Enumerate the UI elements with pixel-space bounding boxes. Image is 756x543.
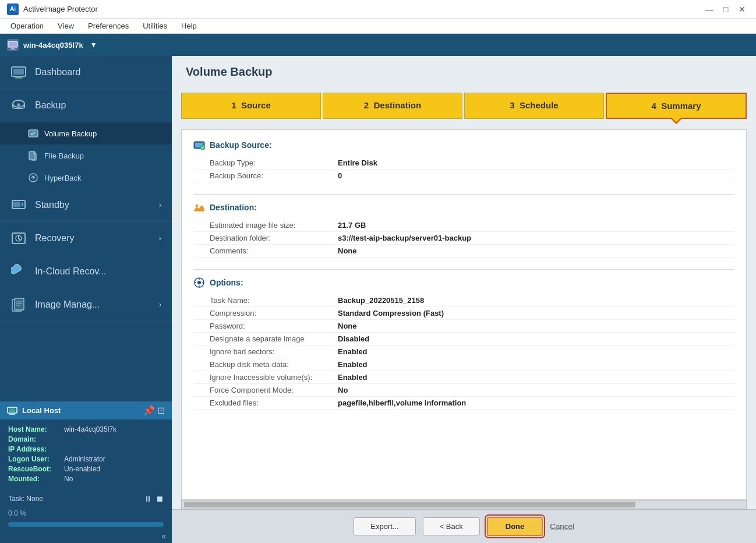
password-row: Password: None [193,320,734,333]
bad-sectors-row: Ignore bad sectors: Enabled [193,345,734,358]
hostname-label: Host Name: [8,425,61,433]
svg-rect-1 [11,47,15,49]
options-section: Options: Task Name: Backup_20220515_2158… [193,277,734,410]
sidebar-subitem-volume-backup[interactable]: Volume Backup [0,122,172,144]
done-button[interactable]: Done [487,517,543,536]
sidebar-item-imagemanager[interactable]: Image Manag... › [0,288,172,322]
sidebar-nav: Dashboard Backup Volume Backup File Back… [0,56,172,401]
wizard-tab-schedule[interactable]: 3 Schedule [464,93,604,119]
task-value: None [26,495,43,503]
menu-preferences[interactable]: Preferences [82,20,135,31]
comments-label: Comments: [210,246,338,255]
stop-icon[interactable]: ⏹ [156,494,164,503]
backup-type-row: Backup Type: Entire Disk [193,157,734,170]
wizard-tab-destination[interactable]: 2 Destination [323,93,462,119]
task-name-value: Backup_20220515_2158 [338,296,424,305]
options-icon [193,277,205,288]
sidebar-item-standby[interactable]: Standby › [0,189,172,222]
compression-label: Compression: [210,309,338,318]
local-host-label: Local Host [22,406,61,415]
options-title-text: Options: [210,278,243,287]
sidebar-item-incloud[interactable]: In-Cloud Recov... [0,255,172,288]
minimize-button[interactable]: — [702,3,716,15]
back-button[interactable]: < Back [423,517,480,535]
password-value: None [338,322,357,330]
task-name-label: Task Name: [210,296,338,305]
component-mode-row: Force Component Mode: No [193,384,734,397]
destination-title-text: Destination: [210,203,257,212]
sidebar-subitem-hyperback[interactable]: HyperBack [0,167,172,189]
wizard-tab-source[interactable]: 1 Source [181,93,321,119]
collapse-button[interactable]: « [156,530,172,542]
svg-rect-4 [13,69,24,75]
horizontal-scrollbar[interactable] [181,500,747,509]
menu-operation[interactable]: Operation [5,20,50,31]
dashboard-icon [10,64,27,80]
backup-source-title: Backup Source: [193,139,734,151]
svg-point-29 [196,204,198,207]
cancel-button[interactable]: Cancel [550,522,574,531]
volume-backup-label: Volume Backup [44,129,97,138]
main-layout: Dashboard Backup Volume Backup File Back… [0,56,756,543]
export-button[interactable]: Export... [354,517,415,535]
svg-rect-13 [13,202,20,207]
image-size-row: Estimated image file size: 21.7 GB [193,219,734,232]
component-mode-label: Force Component Mode: [210,386,338,394]
title-bar: Ai ActiveImage Protector — □ ✕ [0,0,756,19]
backup-source-icon [193,139,205,151]
svg-rect-24 [10,413,14,414]
expand-icon[interactable]: ⊡ [157,405,165,416]
rescueboot-value: Un-enabled [64,465,100,473]
svg-rect-25 [9,414,15,415]
mounted-label: Mounted: [8,475,61,483]
mounted-value: No [64,475,73,483]
excluded-files-label: Excluded files: [210,399,338,407]
bottom-bar: Export... < Back Done Cancel [172,509,756,543]
logon-value: Administrator [64,455,105,463]
close-button[interactable]: ✕ [735,3,749,15]
svg-rect-2 [10,49,16,50]
task-name-row: Task Name: Backup_20220515_2158 [193,294,734,307]
disk-meta-value: Enabled [338,360,368,369]
bad-sectors-value: Enabled [338,347,368,356]
disk-meta-row: Backup disk meta-data: Enabled [193,358,734,371]
page-title: Volume Backup [172,56,756,86]
section-divider-2 [193,269,734,270]
comments-row: Comments: None [193,245,734,258]
wizard-tab-summary[interactable]: 4 Summary [606,93,747,119]
maximize-button[interactable]: □ [719,3,733,15]
svg-rect-14 [22,203,23,206]
svg-rect-18 [15,298,24,310]
standby-icon [10,197,27,213]
inaccessible-vol-value: Enabled [338,373,368,382]
local-host-actions: 📌 ⊡ [143,405,165,416]
sidebar-item-backup[interactable]: Backup [0,89,172,122]
image-size-value: 21.7 GB [338,221,366,230]
sidebar-subitem-file-backup[interactable]: File Backup [0,144,172,167]
compression-row: Compression: Standard Compression (Fast) [193,307,734,320]
toolbar-dropdown-icon[interactable]: ▼ [90,41,97,49]
progress-text: 0.0 % [8,509,26,517]
file-backup-label: File Backup [44,151,84,160]
pin-icon[interactable]: 📌 [143,405,155,416]
pause-icon[interactable]: ⏸ [144,494,152,503]
domain-label: Domain: [8,435,61,443]
menu-utilities[interactable]: Utilities [137,20,173,31]
excluded-files-value: pagefile,hiberfil,volume information [338,399,466,407]
separate-image-value: Disabled [338,334,369,343]
task-bar: Task: None ⏸ ⏹ [0,491,172,507]
menu-view[interactable]: View [52,20,80,31]
dest-folder-row: Destination folder: s3://test-aip-backup… [193,232,734,245]
excluded-files-row: Excluded files: pagefile,hiberfil,volume… [193,397,734,410]
sidebar-item-recovery[interactable]: Recovery › [0,222,172,255]
destination-section: Destination: Estimated image file size: … [193,202,734,258]
menu-help[interactable]: Help [175,20,203,31]
sidebar-item-dashboard[interactable]: Dashboard [0,56,172,89]
standby-chevron-icon: › [159,201,161,209]
content-area: Volume Backup 1 Source 2 Destination 3 S… [172,56,756,543]
separate-image-row: Designate a separate image Disabled [193,333,734,345]
sidebar-item-standby-label: Standby [35,200,69,210]
recovery-icon [10,230,27,246]
svg-rect-5 [16,76,22,77]
window-controls: — □ ✕ [702,3,749,15]
